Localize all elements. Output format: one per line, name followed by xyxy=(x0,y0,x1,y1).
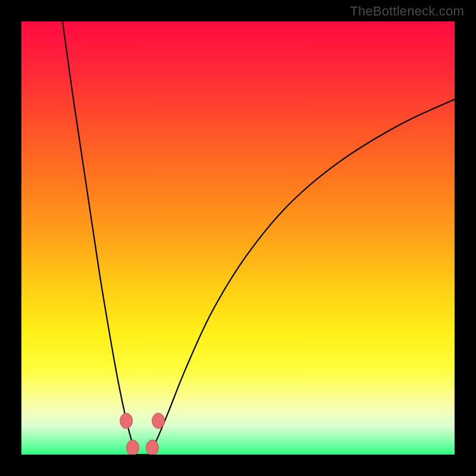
chart-frame: TheBottleneck.com xyxy=(0,0,476,476)
watermark-text: TheBottleneck.com xyxy=(350,4,464,19)
curve-marker xyxy=(120,413,133,428)
curve-marker xyxy=(146,440,158,455)
bottleneck-plot xyxy=(21,21,455,455)
gradient-background xyxy=(21,21,455,455)
curve-marker xyxy=(127,440,139,455)
curve-marker xyxy=(152,413,165,428)
